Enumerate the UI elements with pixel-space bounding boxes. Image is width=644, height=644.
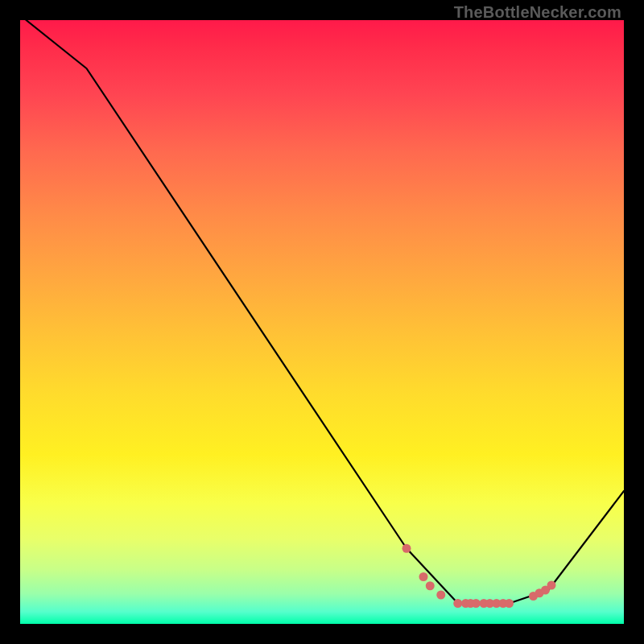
attribution-text: TheBottleNecker.com — [454, 3, 621, 22]
chart-container: TheBottleNecker.com — [0, 0, 644, 644]
plot-gradient-background — [20, 20, 624, 624]
